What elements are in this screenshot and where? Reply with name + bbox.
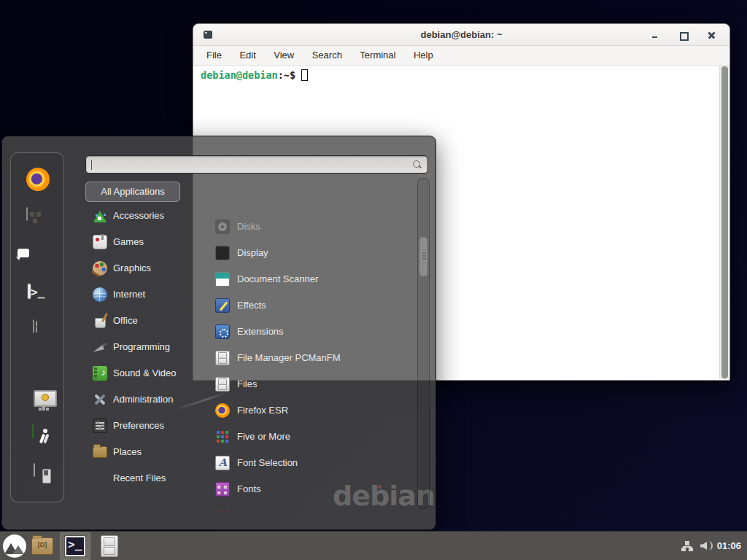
terminal-menubar: File Edit View Search Terminal Help [193, 46, 729, 66]
minimize-button[interactable] [649, 30, 660, 41]
category-administration[interactable]: Administration [88, 386, 205, 413]
application-menu: All Applications Accessories Games Graph… [1, 136, 436, 530]
terminal-cursor [301, 69, 308, 81]
terminal-icon [65, 536, 85, 556]
display-icon [215, 246, 230, 260]
favorites-column [10, 152, 64, 502]
search-icon [412, 160, 422, 170]
font-selection-icon [215, 456, 230, 470]
prompt-user-host: debian@debian [201, 69, 278, 81]
prompt-tail: :~$ [278, 69, 295, 81]
category-programming[interactable]: Programming [88, 334, 205, 360]
menu-edit[interactable]: Edit [232, 46, 263, 65]
file-manager-icon[interactable] [33, 319, 34, 333]
app-font-selection[interactable]: Font Selection [205, 450, 414, 476]
close-button[interactable] [706, 30, 717, 41]
category-internet[interactable]: Internet [88, 281, 205, 308]
app-extensions[interactable]: Extensions [205, 319, 414, 345]
category-office[interactable]: Office [88, 308, 205, 334]
network-icon[interactable] [681, 541, 693, 551]
five-or-more-icon [215, 429, 230, 444]
internet-icon [93, 287, 107, 302]
graphics-icon [93, 261, 107, 276]
clock[interactable]: 01:06 [717, 532, 741, 560]
menu-terminal[interactable]: Terminal [352, 46, 403, 65]
administration-icon [93, 392, 107, 407]
app-file-manager-pcmanfm[interactable]: File Manager PCManFM [205, 345, 414, 371]
app-document-scanner[interactable]: Document Scanner [205, 266, 414, 292]
places-icon [93, 446, 107, 458]
application-list: Disks Display Document Scanner Effects E… [205, 176, 414, 512]
category-accessories[interactable]: Accessories [88, 203, 205, 229]
taskbar-window-terminal[interactable] [60, 532, 90, 560]
accessories-icon [93, 209, 107, 223]
folder-emblem: [D] [32, 541, 53, 548]
volume-icon[interactable] [700, 540, 712, 551]
folder-icon: [D] [31, 537, 53, 555]
files-launcher[interactable]: [D] [31, 534, 54, 558]
search-input[interactable] [85, 155, 428, 174]
monitor-stand [42, 405, 45, 408]
terminal-scrollbar[interactable] [719, 66, 729, 379]
menu-button[interactable] [3, 534, 26, 558]
menu-help[interactable]: Help [406, 46, 441, 65]
app-firefox-esr[interactable]: Firefox ESR [205, 397, 414, 424]
terminal-scrollbar-handle[interactable] [721, 66, 728, 378]
menu-view[interactable]: View [266, 46, 301, 65]
file-cabinet-icon [101, 535, 118, 557]
app-disks[interactable]: Disks [205, 214, 414, 240]
taskbar: [D] 01:06 [0, 531, 747, 560]
four-in-a-row-icon [215, 508, 230, 512]
category-graphics[interactable]: Graphics [88, 255, 205, 281]
terminal-icon[interactable] [28, 284, 31, 299]
terminal-titlebar[interactable]: debian@debian: ~ [193, 24, 729, 46]
disks-icon [215, 219, 230, 234]
shell-prompt: debian@debian:~$ [201, 69, 308, 81]
file-cabinet-icon [215, 377, 230, 392]
games-icon [93, 235, 107, 249]
category-recent-files[interactable]: Recent Files [88, 465, 205, 491]
app-display[interactable]: Display [205, 240, 414, 266]
programming-icon [93, 340, 107, 354]
log-out-icon[interactable] [32, 424, 34, 438]
shut-down-icon[interactable] [34, 463, 35, 477]
sound-video-icon [93, 366, 107, 381]
text-caret [91, 160, 92, 170]
document-scanner-icon [215, 272, 230, 287]
app-four-in-a-row[interactable]: Four-in-a-row [205, 502, 414, 512]
app-files[interactable]: Files [205, 371, 414, 397]
file-manager-launcher[interactable] [98, 534, 121, 558]
extensions-icon [215, 324, 230, 339]
firefox-icon[interactable] [26, 168, 50, 191]
maximize-button[interactable] [678, 30, 689, 41]
file-cabinet-icon [215, 351, 230, 365]
app-five-or-more[interactable]: Five or More [205, 424, 414, 450]
character-map-icon[interactable] [26, 207, 28, 221]
office-icon [93, 314, 107, 328]
fonts-icon [215, 482, 230, 497]
menu-scrollbar-handle[interactable] [419, 237, 427, 276]
firefox-icon [215, 403, 230, 418]
category-all-applications[interactable]: All Applications [85, 182, 180, 202]
app-fonts[interactable]: Fonts [205, 476, 414, 502]
app-effects[interactable]: Effects [205, 292, 414, 319]
menu-scrollbar[interactable] [417, 178, 430, 509]
category-games[interactable]: Games [88, 229, 205, 255]
category-preferences[interactable]: Preferences [88, 413, 205, 439]
menu-file[interactable]: File [199, 46, 229, 65]
effects-icon [215, 298, 230, 313]
category-sound-video[interactable]: Sound & Video [88, 360, 205, 386]
category-places[interactable]: Places [88, 439, 205, 465]
menu-search[interactable]: Search [305, 46, 349, 65]
preferences-icon [93, 419, 107, 433]
